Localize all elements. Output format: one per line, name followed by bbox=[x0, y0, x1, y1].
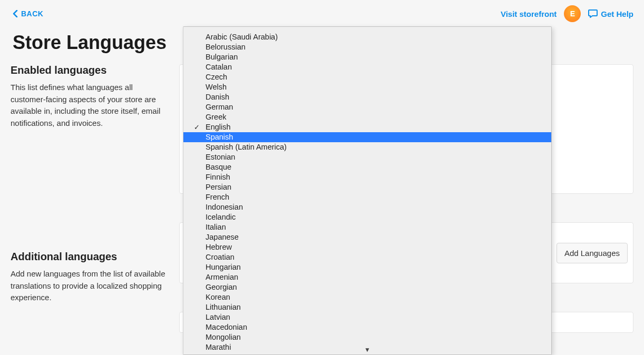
language-label: Georgian bbox=[206, 283, 237, 291]
language-option[interactable]: Greek bbox=[183, 112, 551, 122]
language-option[interactable]: Georgian bbox=[183, 282, 551, 292]
language-option[interactable]: Hebrew bbox=[183, 242, 551, 252]
check-icon: ✓ bbox=[194, 122, 200, 132]
section-desc: This list defines what languages all cus… bbox=[11, 82, 167, 129]
language-option[interactable]: Italian bbox=[183, 222, 551, 232]
avatar-initial: E bbox=[570, 9, 575, 18]
visit-storefront-link[interactable]: Visit storefront bbox=[501, 9, 557, 18]
language-label: Czech bbox=[206, 73, 227, 81]
language-label: Belorussian bbox=[206, 43, 246, 51]
language-label: Spanish (Latin America) bbox=[206, 143, 287, 151]
get-help-link[interactable]: Get Help bbox=[588, 9, 633, 18]
language-option[interactable]: Belorussian bbox=[183, 42, 551, 52]
language-option[interactable]: Estonian bbox=[183, 152, 551, 162]
language-label: Croatian bbox=[206, 253, 235, 261]
section-additional-languages: Additional languages Add new languages f… bbox=[11, 251, 167, 340]
back-label: BACK bbox=[21, 9, 43, 18]
language-label: Hebrew bbox=[206, 243, 232, 251]
language-option[interactable]: Danish bbox=[183, 92, 551, 102]
language-option[interactable]: Icelandic bbox=[183, 212, 551, 222]
language-label: Latvian bbox=[206, 313, 230, 321]
language-label: Catalan bbox=[206, 63, 232, 71]
language-option[interactable]: Bulgarian bbox=[183, 52, 551, 62]
back-link[interactable]: BACK bbox=[13, 9, 43, 18]
avatar[interactable]: E bbox=[564, 5, 581, 22]
language-option[interactable]: Armenian bbox=[183, 272, 551, 282]
language-option[interactable]: Catalan bbox=[183, 62, 551, 72]
language-option[interactable]: Finnish bbox=[183, 172, 551, 182]
language-label: Bulgarian bbox=[206, 53, 238, 61]
language-option[interactable]: Indonesian bbox=[183, 202, 551, 212]
language-label: Arabic (Saudi Arabia) bbox=[206, 33, 278, 41]
chat-icon bbox=[588, 9, 598, 18]
section-title: Additional languages bbox=[11, 251, 167, 263]
language-option[interactable]: Lithuanian bbox=[183, 302, 551, 312]
language-option[interactable]: Welsh bbox=[183, 82, 551, 92]
language-option[interactable]: ✓English bbox=[183, 122, 551, 132]
language-option[interactable]: Persian bbox=[183, 182, 551, 192]
language-label: Japanese bbox=[206, 233, 239, 241]
language-label: Spanish bbox=[206, 133, 233, 141]
language-label: Armenian bbox=[206, 273, 238, 281]
help-label: Get Help bbox=[601, 9, 633, 18]
language-option[interactable]: Hungarian bbox=[183, 262, 551, 272]
language-dropdown[interactable]: Arabic (Saudi Arabia)BelorussianBulgaria… bbox=[183, 26, 552, 355]
language-option[interactable]: Arabic (Saudi Arabia) bbox=[183, 32, 551, 42]
language-option[interactable]: Czech bbox=[183, 72, 551, 82]
language-label: German bbox=[206, 103, 233, 111]
language-label: Macedonian bbox=[206, 323, 247, 331]
language-option[interactable]: Korean bbox=[183, 292, 551, 302]
language-label: Welsh bbox=[206, 83, 227, 91]
language-option[interactable]: Macedonian bbox=[183, 322, 551, 332]
language-option[interactable]: Spanish (Latin America) bbox=[183, 142, 551, 152]
language-label: Danish bbox=[206, 93, 229, 101]
language-label: Marathi bbox=[206, 343, 231, 351]
chevron-left-icon bbox=[13, 10, 18, 17]
language-label: Italian bbox=[206, 223, 226, 231]
language-label: Korean bbox=[206, 293, 230, 301]
language-label: Indonesian bbox=[206, 203, 243, 211]
language-label: Lithuanian bbox=[206, 303, 241, 311]
language-option[interactable]: German bbox=[183, 102, 551, 112]
section-desc: Add new languages from the list of avail… bbox=[11, 268, 167, 304]
language-label: Hungarian bbox=[206, 263, 241, 271]
language-option[interactable]: French bbox=[183, 192, 551, 202]
language-label: English bbox=[206, 123, 231, 131]
language-label: French bbox=[206, 193, 229, 201]
section-enabled-languages: Enabled languages This list defines what… bbox=[11, 64, 167, 222]
section-title: Enabled languages bbox=[11, 64, 167, 76]
language-option[interactable]: Latvian bbox=[183, 312, 551, 322]
language-label: Persian bbox=[206, 183, 231, 191]
add-languages-button[interactable]: Add Languages bbox=[557, 243, 628, 263]
language-label: Mongolian bbox=[206, 333, 241, 341]
language-option[interactable]: Croatian bbox=[183, 252, 551, 262]
language-label: Finnish bbox=[206, 173, 230, 181]
language-label: Basque bbox=[206, 163, 231, 171]
language-option[interactable]: Mongolian bbox=[183, 332, 551, 342]
language-label: Greek bbox=[206, 113, 227, 121]
language-option[interactable]: Marathi bbox=[183, 342, 551, 352]
language-option[interactable]: Spanish bbox=[183, 132, 551, 142]
language-label: Icelandic bbox=[206, 213, 236, 221]
language-option[interactable]: Basque bbox=[183, 162, 551, 172]
language-option[interactable]: Japanese bbox=[183, 232, 551, 242]
language-label: Estonian bbox=[206, 153, 235, 161]
